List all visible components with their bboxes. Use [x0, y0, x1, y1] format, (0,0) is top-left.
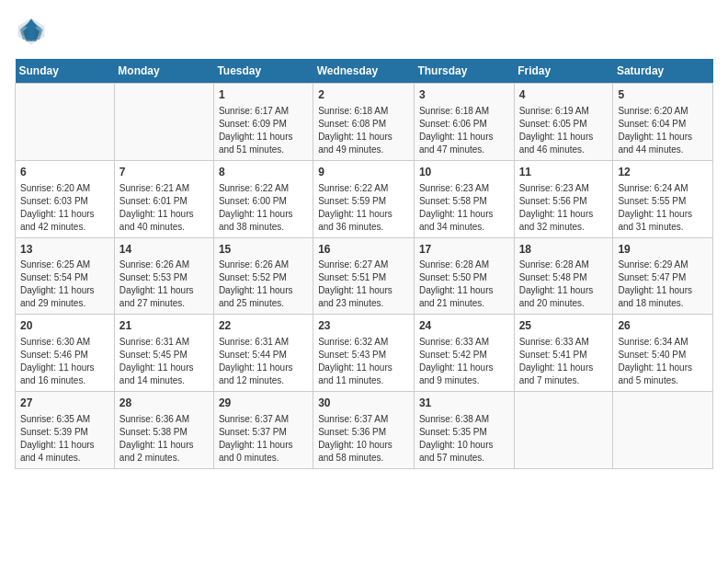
- day-number: 25: [519, 318, 609, 334]
- day-number: 3: [419, 87, 509, 103]
- calendar-cell: 27Sunrise: 6:35 AMSunset: 5:39 PMDayligh…: [16, 392, 115, 469]
- day-number: 15: [219, 242, 308, 258]
- day-number: 18: [519, 242, 609, 258]
- day-number: 6: [20, 165, 109, 180]
- cell-content: Sunrise: 6:24 AMSunset: 5:55 PMDaylight:…: [618, 182, 708, 234]
- cell-content: Sunrise: 6:25 AMSunset: 5:54 PMDaylight:…: [20, 259, 109, 310]
- cell-content: Sunrise: 6:34 AMSunset: 5:40 PMDaylight:…: [618, 336, 708, 387]
- day-number: 8: [219, 165, 308, 180]
- calendar-header-tuesday: Tuesday: [213, 59, 313, 84]
- cell-content: Sunrise: 6:17 AMSunset: 6:09 PMDaylight:…: [219, 105, 308, 156]
- day-number: 31: [419, 396, 509, 411]
- calendar-header-wednesday: Wednesday: [313, 59, 415, 84]
- day-number: 16: [318, 242, 409, 258]
- calendar-cell: 15Sunrise: 6:26 AMSunset: 5:52 PMDayligh…: [213, 237, 313, 315]
- day-number: 26: [618, 318, 708, 334]
- cell-content: Sunrise: 6:32 AMSunset: 5:43 PMDaylight:…: [318, 336, 409, 387]
- calendar-cell: [514, 392, 613, 469]
- day-number: 24: [419, 318, 509, 334]
- cell-content: Sunrise: 6:31 AMSunset: 5:45 PMDaylight:…: [119, 336, 209, 387]
- cell-content: Sunrise: 6:37 AMSunset: 5:36 PMDaylight:…: [318, 413, 409, 465]
- calendar-cell: 2Sunrise: 6:18 AMSunset: 6:08 PMDaylight…: [313, 84, 415, 161]
- day-number: 2: [318, 87, 409, 103]
- calendar-table: SundayMondayTuesdayWednesdayThursdayFrid…: [15, 59, 713, 469]
- day-number: 27: [20, 396, 109, 411]
- cell-content: Sunrise: 6:19 AMSunset: 6:05 PMDaylight:…: [519, 105, 609, 156]
- cell-content: Sunrise: 6:35 AMSunset: 5:39 PMDaylight:…: [20, 413, 109, 465]
- cell-content: Sunrise: 6:28 AMSunset: 5:48 PMDaylight:…: [519, 259, 609, 310]
- calendar-cell: [16, 84, 115, 161]
- day-number: 10: [419, 165, 509, 180]
- cell-content: Sunrise: 6:38 AMSunset: 5:35 PMDaylight:…: [419, 413, 509, 465]
- logo-icon: [15, 15, 48, 48]
- calendar-cell: 9Sunrise: 6:22 AMSunset: 5:59 PMDaylight…: [313, 160, 415, 237]
- cell-content: Sunrise: 6:26 AMSunset: 5:52 PMDaylight:…: [219, 259, 308, 310]
- calendar-cell: [114, 84, 213, 161]
- calendar-body: 1Sunrise: 6:17 AMSunset: 6:09 PMDaylight…: [16, 84, 713, 469]
- calendar-cell: 3Sunrise: 6:18 AMSunset: 6:06 PMDaylight…: [414, 84, 514, 161]
- calendar-cell: 24Sunrise: 6:33 AMSunset: 5:42 PMDayligh…: [414, 315, 514, 392]
- calendar-header-sunday: Sunday: [16, 59, 115, 84]
- calendar-week-4: 20Sunrise: 6:30 AMSunset: 5:46 PMDayligh…: [16, 315, 713, 392]
- cell-content: Sunrise: 6:22 AMSunset: 5:59 PMDaylight:…: [318, 182, 409, 234]
- calendar-cell: 31Sunrise: 6:38 AMSunset: 5:35 PMDayligh…: [414, 392, 514, 469]
- calendar-cell: 5Sunrise: 6:20 AMSunset: 6:04 PMDaylight…: [613, 84, 713, 161]
- calendar-week-5: 27Sunrise: 6:35 AMSunset: 5:39 PMDayligh…: [16, 392, 713, 469]
- cell-content: Sunrise: 6:26 AMSunset: 5:53 PMDaylight:…: [119, 259, 209, 310]
- day-number: 1: [219, 87, 308, 103]
- calendar-cell: 12Sunrise: 6:24 AMSunset: 5:55 PMDayligh…: [613, 160, 713, 237]
- calendar-cell: 25Sunrise: 6:33 AMSunset: 5:41 PMDayligh…: [514, 315, 613, 392]
- calendar-cell: 1Sunrise: 6:17 AMSunset: 6:09 PMDaylight…: [213, 84, 313, 161]
- calendar-header-row: SundayMondayTuesdayWednesdayThursdayFrid…: [16, 59, 713, 84]
- day-number: 11: [519, 165, 609, 180]
- day-number: 22: [219, 318, 308, 334]
- day-number: 17: [419, 242, 509, 258]
- cell-content: Sunrise: 6:23 AMSunset: 5:56 PMDaylight:…: [519, 182, 609, 234]
- day-number: 13: [20, 242, 109, 258]
- cell-content: Sunrise: 6:20 AMSunset: 6:04 PMDaylight:…: [618, 105, 708, 156]
- cell-content: Sunrise: 6:30 AMSunset: 5:46 PMDaylight:…: [20, 336, 109, 387]
- day-number: 19: [618, 242, 708, 258]
- calendar-cell: 4Sunrise: 6:19 AMSunset: 6:05 PMDaylight…: [514, 84, 613, 161]
- calendar-cell: 7Sunrise: 6:21 AMSunset: 6:01 PMDaylight…: [114, 160, 213, 237]
- cell-content: Sunrise: 6:27 AMSunset: 5:51 PMDaylight:…: [318, 259, 409, 310]
- calendar-cell: 16Sunrise: 6:27 AMSunset: 5:51 PMDayligh…: [313, 237, 415, 315]
- cell-content: Sunrise: 6:33 AMSunset: 5:42 PMDaylight:…: [419, 336, 509, 387]
- day-number: 23: [318, 318, 409, 334]
- cell-content: Sunrise: 6:20 AMSunset: 6:03 PMDaylight:…: [20, 182, 109, 234]
- calendar-header-saturday: Saturday: [613, 59, 713, 84]
- cell-content: Sunrise: 6:23 AMSunset: 5:58 PMDaylight:…: [419, 182, 509, 234]
- cell-content: Sunrise: 6:21 AMSunset: 6:01 PMDaylight:…: [119, 182, 209, 234]
- cell-content: Sunrise: 6:28 AMSunset: 5:50 PMDaylight:…: [419, 259, 509, 310]
- day-number: 12: [618, 165, 708, 180]
- calendar-header-thursday: Thursday: [414, 59, 514, 84]
- calendar-cell: 20Sunrise: 6:30 AMSunset: 5:46 PMDayligh…: [16, 315, 115, 392]
- cell-content: Sunrise: 6:29 AMSunset: 5:47 PMDaylight:…: [618, 259, 708, 310]
- calendar-cell: 13Sunrise: 6:25 AMSunset: 5:54 PMDayligh…: [16, 237, 115, 315]
- calendar-cell: 19Sunrise: 6:29 AMSunset: 5:47 PMDayligh…: [613, 237, 713, 315]
- day-number: 28: [119, 396, 209, 411]
- calendar-cell: 11Sunrise: 6:23 AMSunset: 5:56 PMDayligh…: [514, 160, 613, 237]
- calendar-cell: [613, 392, 713, 469]
- cell-content: Sunrise: 6:31 AMSunset: 5:44 PMDaylight:…: [219, 336, 308, 387]
- calendar-cell: 6Sunrise: 6:20 AMSunset: 6:03 PMDaylight…: [16, 160, 115, 237]
- page-header: [15, 15, 713, 48]
- day-number: 4: [519, 87, 609, 103]
- day-number: 29: [219, 396, 308, 411]
- cell-content: Sunrise: 6:18 AMSunset: 6:08 PMDaylight:…: [318, 105, 409, 156]
- calendar-week-1: 1Sunrise: 6:17 AMSunset: 6:09 PMDaylight…: [16, 84, 713, 161]
- day-number: 9: [318, 165, 409, 180]
- calendar-cell: 10Sunrise: 6:23 AMSunset: 5:58 PMDayligh…: [414, 160, 514, 237]
- calendar-cell: 28Sunrise: 6:36 AMSunset: 5:38 PMDayligh…: [114, 392, 213, 469]
- cell-content: Sunrise: 6:37 AMSunset: 5:37 PMDaylight:…: [219, 413, 308, 465]
- calendar-cell: 23Sunrise: 6:32 AMSunset: 5:43 PMDayligh…: [313, 315, 415, 392]
- calendar-cell: 21Sunrise: 6:31 AMSunset: 5:45 PMDayligh…: [114, 315, 213, 392]
- cell-content: Sunrise: 6:33 AMSunset: 5:41 PMDaylight:…: [519, 336, 609, 387]
- calendar-week-3: 13Sunrise: 6:25 AMSunset: 5:54 PMDayligh…: [16, 237, 713, 315]
- calendar-cell: 8Sunrise: 6:22 AMSunset: 6:00 PMDaylight…: [213, 160, 313, 237]
- calendar-header-monday: Monday: [114, 59, 213, 84]
- calendar-cell: 14Sunrise: 6:26 AMSunset: 5:53 PMDayligh…: [114, 237, 213, 315]
- logo: [15, 15, 51, 48]
- cell-content: Sunrise: 6:22 AMSunset: 6:00 PMDaylight:…: [219, 182, 308, 234]
- calendar-header-friday: Friday: [514, 59, 613, 84]
